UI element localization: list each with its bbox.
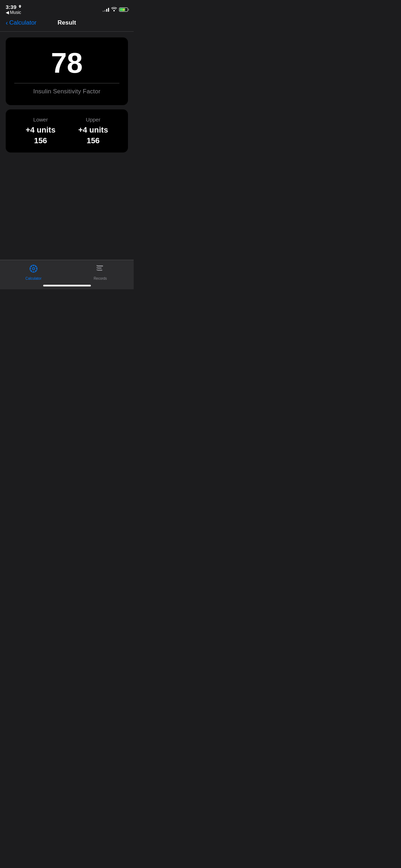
svg-rect-12	[97, 270, 102, 271]
battery-charging-icon: ⚡	[122, 8, 125, 11]
tab-records[interactable]: Records	[67, 264, 134, 280]
battery-icon: ⚡	[119, 7, 128, 12]
wifi-icon	[111, 7, 117, 12]
svg-rect-11	[97, 268, 102, 269]
signal-bar-3	[106, 9, 107, 12]
signal-bar-1	[103, 11, 104, 12]
back-chevron-icon: ‹	[6, 20, 8, 26]
result-number: 78	[51, 49, 83, 77]
svg-rect-13	[97, 265, 97, 266]
home-indicator	[43, 285, 91, 286]
records-tab-icon	[95, 264, 105, 275]
music-label: Music	[10, 10, 21, 15]
music-back-arrow: ◀	[6, 10, 9, 15]
upper-header: Upper	[86, 117, 101, 123]
status-music: ◀ Music	[6, 10, 21, 15]
upper-column: Upper +4 units 156	[67, 117, 120, 145]
signal-bar-2	[104, 10, 106, 12]
nav-bar: ‹ Calculator Result	[0, 16, 134, 31]
svg-line-9	[31, 270, 32, 271]
signal-bar-4	[108, 8, 109, 12]
lower-header: Lower	[33, 117, 48, 123]
lower-column: Lower +4 units 156	[14, 117, 67, 145]
calculator-tab-icon	[29, 264, 38, 275]
svg-line-8	[35, 266, 36, 267]
result-card-divider	[14, 83, 119, 83]
tab-calculator[interactable]: Calculator	[0, 264, 67, 280]
svg-rect-14	[97, 267, 97, 268]
lower-value: 156	[34, 136, 47, 145]
location-icon	[18, 5, 22, 9]
lower-units: +4 units	[26, 125, 56, 135]
status-right: ⚡	[103, 7, 128, 12]
page-title: Result	[58, 19, 76, 26]
status-time: 3:39	[6, 4, 22, 10]
status-left: 3:39 ◀ Music	[6, 4, 22, 15]
back-button[interactable]: ‹ Calculator	[6, 19, 37, 26]
result-card: 78 Insulin Sensitivity Factor	[6, 37, 128, 105]
svg-line-6	[31, 266, 32, 267]
time-text: 3:39	[6, 4, 16, 10]
battery-body: ⚡	[119, 7, 128, 12]
svg-line-7	[35, 270, 36, 271]
range-card: Lower +4 units 156 Upper +4 units 156	[6, 109, 128, 153]
upper-units: +4 units	[78, 125, 108, 135]
upper-value: 156	[87, 136, 100, 145]
svg-point-1	[32, 268, 35, 270]
svg-rect-15	[97, 269, 97, 270]
result-label: Insulin Sensitivity Factor	[33, 88, 101, 95]
svg-rect-10	[97, 265, 103, 267]
records-tab-label: Records	[94, 277, 107, 280]
status-bar: 3:39 ◀ Music ⚡	[0, 0, 134, 16]
signal-strength-icon	[103, 7, 109, 12]
calculator-tab-label: Calculator	[25, 277, 41, 280]
main-content: 78 Insulin Sensitivity Factor Lower +4 u…	[0, 32, 134, 159]
back-label: Calculator	[9, 19, 37, 26]
